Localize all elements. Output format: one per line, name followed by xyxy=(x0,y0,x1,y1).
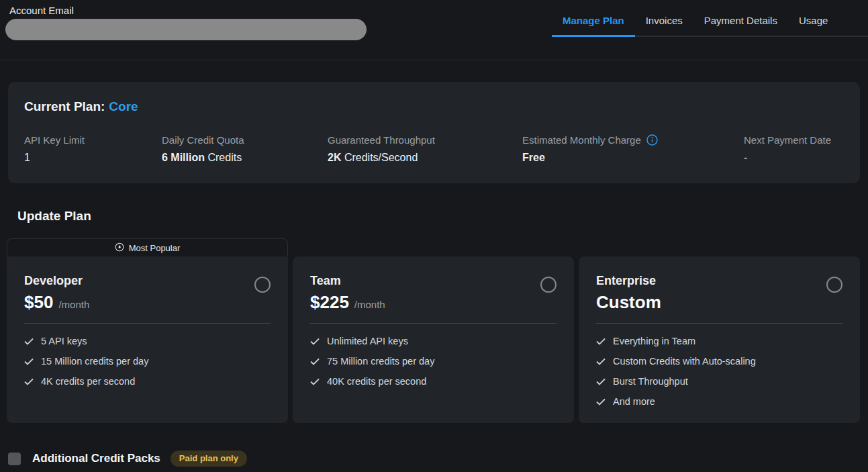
card-divider xyxy=(310,323,557,324)
feature-item: 5 API keys xyxy=(24,336,271,346)
stat-value: 1 xyxy=(24,152,162,164)
current-plan-title: Current Plan:Core xyxy=(24,99,844,114)
stat-label: API Key Limit xyxy=(24,134,85,146)
plan-period: /month xyxy=(354,299,385,310)
check-icon xyxy=(24,338,34,345)
current-plan-card: Current Plan:Core API Key Limit 1 Daily … xyxy=(8,82,860,183)
stat-label: Daily Credit Quota xyxy=(162,134,244,146)
check-icon xyxy=(24,358,34,365)
feature-item: 75 Million credits per day xyxy=(310,356,557,367)
check-icon xyxy=(310,338,320,345)
plan-price: Custom xyxy=(596,292,661,313)
feature-item: And more xyxy=(596,396,842,407)
feature-list: Everything in Team Custom Credits with A… xyxy=(596,336,842,407)
stat-next-payment-date: Next Payment Date - xyxy=(744,134,844,164)
stat-label: Guaranteed Throughput xyxy=(328,134,435,146)
stat-daily-credit-quota: Daily Credit Quota 6 Million Credits xyxy=(162,134,328,164)
stat-estimated-monthly-charge: Estimated Monthly Charge Free xyxy=(522,134,744,164)
stat-value: 2K Credits/Second xyxy=(328,152,522,164)
update-plan-heading: Update Plan xyxy=(17,209,868,224)
tab-usage[interactable]: Usage xyxy=(788,9,838,36)
strip-spacer xyxy=(293,238,574,256)
billing-tabs: Manage Plan Invoices Payment Details Usa… xyxy=(552,9,868,37)
account-email-label: Account Email xyxy=(9,5,74,16)
most-popular-label: Most Popular xyxy=(129,243,181,253)
check-icon xyxy=(596,378,606,385)
credit-packs-checkbox[interactable] xyxy=(8,453,21,465)
plan-card-team[interactable]: Team $225 /month Unlimited API keys 75 M… xyxy=(293,256,574,423)
feature-item: Burst Throughput xyxy=(596,376,842,387)
check-icon xyxy=(596,338,606,345)
most-popular-badge: Most Popular xyxy=(7,238,288,256)
tab-payment-details[interactable]: Payment Details xyxy=(693,9,788,36)
account-email-field[interactable] xyxy=(5,19,367,40)
check-icon xyxy=(310,358,320,365)
plan-name: Enterprise xyxy=(596,274,667,288)
plan-price: $225 xyxy=(310,292,349,313)
feature-list: Unlimited API keys 75 Million credits pe… xyxy=(310,336,557,387)
feature-list: 5 API keys 15 Million credits per day 4K… xyxy=(24,336,271,387)
flame-icon xyxy=(115,242,124,254)
plan-column-enterprise: Enterprise Custom Everything in Team Cus… xyxy=(579,238,860,423)
feature-item: 4K credits per second xyxy=(24,376,271,387)
current-plan-name: Core xyxy=(109,99,138,113)
plan-card-developer[interactable]: Developer $50 /month 5 API keys 15 Milli… xyxy=(7,256,288,423)
stat-value: 6 Million Credits xyxy=(162,152,328,164)
feature-item: Custom Credits with Auto-scaling xyxy=(596,356,842,367)
plan-name: Developer xyxy=(24,274,89,288)
stat-api-key-limit: API Key Limit 1 xyxy=(24,134,162,164)
stat-value: Free xyxy=(522,152,744,164)
plan-period: /month xyxy=(58,299,89,310)
plan-radio-developer[interactable] xyxy=(254,277,271,293)
plan-radio-enterprise[interactable] xyxy=(826,277,842,293)
plan-card-enterprise[interactable]: Enterprise Custom Everything in Team Cus… xyxy=(579,256,860,423)
page-header: Account Email Manage Plan Invoices Payme… xyxy=(0,0,868,60)
feature-item: 40K credits per second xyxy=(310,376,557,387)
paid-plan-only-badge: Paid plan only xyxy=(171,451,247,467)
stat-label: Estimated Monthly Charge xyxy=(522,134,641,146)
additional-credit-packs-row: Additional Credit Packs Paid plan only xyxy=(8,451,868,467)
plan-price: $50 xyxy=(24,292,53,313)
stat-guaranteed-throughput: Guaranteed Throughput 2K Credits/Second xyxy=(328,134,522,164)
check-icon xyxy=(310,378,320,385)
feature-item: Unlimited API keys xyxy=(310,336,557,346)
plan-name: Team xyxy=(310,274,385,288)
stat-value: - xyxy=(744,152,844,164)
pricing-cards: Most Popular Developer $50 /month 5 API … xyxy=(7,238,860,423)
feature-item: 15 Million credits per day xyxy=(24,356,271,367)
info-icon[interactable] xyxy=(646,134,658,146)
card-divider xyxy=(24,323,271,324)
plan-radio-team[interactable] xyxy=(540,277,557,293)
feature-item: Everything in Team xyxy=(596,336,842,346)
credit-packs-label: Additional Credit Packs xyxy=(32,452,160,465)
card-divider xyxy=(596,323,842,324)
strip-spacer xyxy=(579,238,860,256)
check-icon xyxy=(596,398,606,406)
plan-stats: API Key Limit 1 Daily Credit Quota 6 Mil… xyxy=(24,134,844,164)
stat-label: Next Payment Date xyxy=(744,134,831,146)
current-plan-prefix: Current Plan: xyxy=(24,99,105,113)
plan-column-team: Team $225 /month Unlimited API keys 75 M… xyxy=(293,238,574,423)
tab-manage-plan[interactable]: Manage Plan xyxy=(552,9,635,37)
plan-column-developer: Most Popular Developer $50 /month 5 API … xyxy=(7,238,288,423)
check-icon xyxy=(24,378,34,385)
tab-invoices[interactable]: Invoices xyxy=(635,9,693,36)
check-icon xyxy=(596,358,606,365)
